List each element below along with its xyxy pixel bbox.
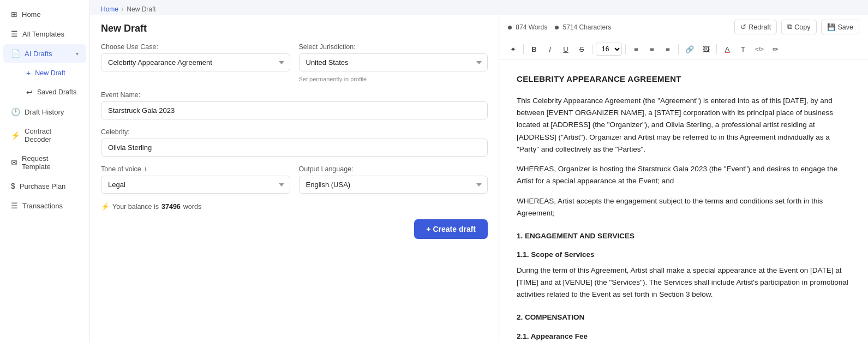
doc-panel: 874 Words 5714 Characters ↺ Redraft ⧉ Co…: [499, 15, 868, 342]
create-draft-button[interactable]: + Create draft: [414, 219, 488, 239]
doc-section2-title: 2. COMPENSATION: [517, 311, 851, 323]
sidebar-label-transactions: Transactions: [22, 202, 63, 210]
sidebar-item-new-draft[interactable]: + New Draft: [19, 64, 86, 82]
doc-para1: This Celebrity Appearance Agreement (the…: [517, 95, 851, 155]
bold-button[interactable]: B: [527, 43, 541, 56]
sidebar-item-all-templates[interactable]: ☰ All Templates: [3, 25, 86, 43]
tone-label: Tone of voice ℹ: [101, 165, 290, 173]
sidebar-item-contract-decoder[interactable]: ⚡ Contract Decoder: [3, 122, 86, 148]
chars-dot: [555, 26, 559, 29]
draft-icon: 📄: [11, 49, 20, 58]
tone-language-row: Tone of voice ℹ Legal Output Language: E…: [101, 165, 488, 194]
set-perm-text[interactable]: Set permanently in profile: [299, 76, 488, 82]
sidebar-label-draft-history: Draft History: [25, 108, 64, 116]
jurisdiction-group: Select Jurisdiction: United States Set p…: [299, 43, 488, 82]
balance-prefix: Your balance is: [112, 203, 159, 211]
event-name-input[interactable]: [101, 101, 488, 119]
create-btn-wrapper: + Create draft: [101, 219, 488, 239]
doc-top-toolbar: 874 Words 5714 Characters ↺ Redraft ⧉ Co…: [499, 15, 868, 39]
doc-whereas1: WHEREAS, Organizer is hosting the Starst…: [517, 163, 851, 188]
sidebar-label-contract-decoder: Contract Decoder: [25, 127, 79, 143]
magic-toolbar-btn[interactable]: ✦: [506, 43, 520, 56]
image-button[interactable]: 🖼: [699, 43, 713, 56]
sidebar-label-purchase-plan: Purchase Plan: [20, 182, 66, 190]
output-lang-select[interactable]: English (USA): [299, 176, 488, 194]
copy-button[interactable]: ⧉ Copy: [781, 20, 816, 34]
tone-select[interactable]: Legal: [101, 176, 290, 194]
sidebar-item-ai-drafts[interactable]: 📄 AI Drafts ▾: [3, 44, 86, 63]
copy-icon: ⧉: [787, 23, 792, 31]
doc-stats: 874 Words 5714 Characters: [508, 23, 731, 31]
save-button[interactable]: 💾 Save: [821, 20, 860, 34]
code-button[interactable]: </>: [752, 44, 767, 55]
sidebar-label-ai-drafts: AI Drafts: [25, 50, 52, 58]
words-dot: [508, 26, 512, 29]
breadcrumb: Home / New Draft: [90, 0, 868, 15]
content-area: New Draft Choose Use Case: Celebrity App…: [90, 15, 868, 342]
history-icon: 🕐: [11, 107, 20, 116]
home-icon: ⊞: [11, 10, 17, 19]
redraft-button[interactable]: ↺ Redraft: [734, 20, 777, 34]
sidebar-item-purchase-plan[interactable]: $ Purchase Plan: [3, 177, 86, 195]
doc-section2-sub: 2.1. Appearance Fee: [517, 331, 851, 342]
sidebar-item-home[interactable]: ⊞ Home: [3, 5, 86, 23]
ordered-list-button[interactable]: ≡: [645, 43, 659, 56]
tone-group: Tone of voice ℹ Legal: [101, 165, 290, 194]
sidebar-label-new-draft: New Draft: [35, 69, 65, 77]
text-color-button[interactable]: A: [720, 43, 734, 56]
sidebar-sub-ai-drafts: + New Draft ↩ Saved Drafts: [0, 63, 89, 102]
sidebar-item-request-template[interactable]: ✉ Request Template: [3, 149, 86, 176]
sidebar-label-saved-drafts: Saved Drafts: [37, 88, 76, 96]
event-name-group: Event Name:: [101, 91, 488, 119]
save-icon: 💾: [827, 23, 836, 31]
sidebar-item-transactions[interactable]: ☰ Transactions: [3, 196, 86, 215]
output-lang-label: Output Language:: [299, 165, 488, 173]
sidebar-label-all-templates: All Templates: [22, 30, 64, 38]
main-area: Home / New Draft New Draft Choose Use Ca…: [90, 0, 868, 342]
output-lang-group: Output Language: English (USA): [299, 165, 488, 194]
tone-info-icon: ℹ: [145, 166, 147, 172]
link-button[interactable]: 🔗: [682, 43, 697, 56]
event-name-label: Event Name:: [101, 91, 488, 99]
use-case-group: Choose Use Case: Celebrity Appearance Ag…: [101, 43, 290, 82]
request-icon: ✉: [11, 158, 17, 167]
balance-row: ⚡ Your balance is 37496 words: [101, 202, 488, 211]
bullet-list-button[interactable]: ≡: [629, 43, 643, 56]
transactions-icon: ☰: [11, 201, 18, 210]
pen-button[interactable]: ✏: [769, 43, 783, 56]
form-panel: New Draft Choose Use Case: Celebrity App…: [90, 15, 499, 342]
breadcrumb-home[interactable]: Home: [101, 5, 118, 13]
toolbar-sep-4: [678, 44, 679, 54]
editor-toolbar: ✦ B I U S 16 ≡ ≡ ≡ 🔗 🖼 A T </: [499, 39, 868, 59]
jurisdiction-label: Select Jurisdiction:: [299, 43, 488, 51]
strikethrough-button[interactable]: S: [574, 43, 589, 56]
chars-stat: 5714 Characters: [555, 23, 611, 31]
celebrity-input[interactable]: [101, 139, 488, 157]
doc-content: CELEBRITY APPEARANCE AGREEMENT This Cele…: [499, 59, 868, 342]
sidebar: ⊞ Home ☰ All Templates 📄 AI Drafts ▾ + N…: [0, 0, 90, 342]
use-case-select[interactable]: Celebrity Appearance Agreement: [101, 53, 290, 71]
sidebar-item-saved-drafts[interactable]: ↩ Saved Drafts: [19, 83, 86, 101]
font-size-select[interactable]: 16: [596, 43, 622, 56]
saved-drafts-icon: ↩: [26, 88, 33, 97]
bolt-icon: ⚡: [101, 202, 110, 211]
align-button[interactable]: ≡: [661, 43, 675, 56]
redraft-icon: ↺: [740, 23, 746, 31]
decoder-icon: ⚡: [11, 131, 20, 140]
doc-title: CELEBRITY APPEARANCE AGREEMENT: [517, 73, 851, 86]
jurisdiction-select[interactable]: United States: [299, 53, 488, 71]
toolbar-sep-2: [592, 44, 592, 54]
sidebar-label-home: Home: [22, 10, 41, 19]
balance-suffix: words: [183, 203, 201, 211]
toolbar-sep-5: [716, 44, 717, 54]
celebrity-group: Celebrity:: [101, 128, 488, 157]
doc-section1-para: During the term of this Agreement, Artis…: [517, 265, 851, 301]
sidebar-item-draft-history[interactable]: 🕐 Draft History: [3, 103, 86, 121]
use-case-label: Choose Use Case:: [101, 43, 290, 51]
italic-button[interactable]: I: [543, 43, 557, 56]
list-icon: ☰: [11, 29, 18, 38]
underline-button[interactable]: U: [559, 43, 573, 56]
breadcrumb-separator: /: [122, 5, 123, 13]
chevron-down-icon: ▾: [76, 51, 79, 57]
font-family-button[interactable]: T: [736, 43, 750, 56]
